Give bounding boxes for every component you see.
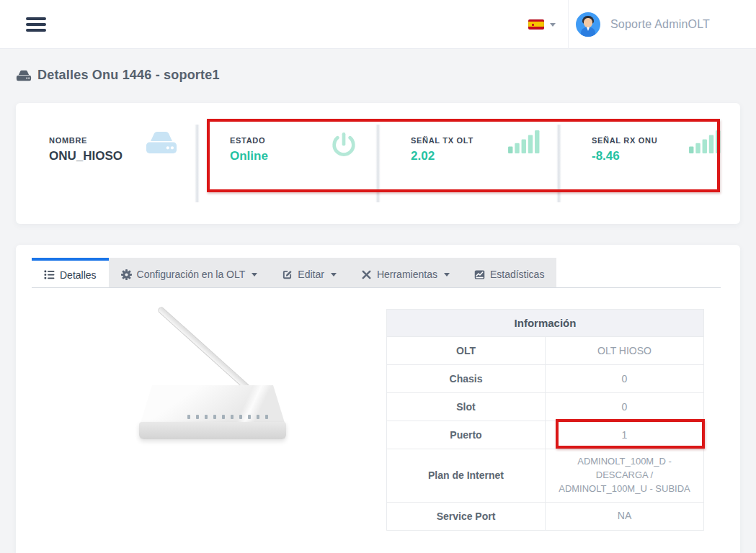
row-value: ADMINOLT_100M_D - DESCARGA / ADMINOLT_10…	[546, 449, 704, 503]
stat-label: SEÑAL RX ONU	[592, 136, 657, 145]
row-value: OLT HIOSO	[546, 337, 704, 365]
stat-senal-rx-onu: SEÑAL RX ONU -8.46	[559, 103, 739, 224]
menu-toggle-icon[interactable]	[26, 17, 46, 32]
stat-label: NOMBRE	[49, 136, 87, 145]
navbar-divider	[568, 0, 569, 49]
tabs-underline	[32, 287, 721, 288]
router-base	[139, 422, 286, 439]
row-label: Service Port	[387, 502, 546, 530]
tab-editar[interactable]: Editar	[270, 258, 349, 288]
row-value: 1	[546, 421, 704, 449]
table-row-chasis: Chasis 0	[387, 365, 704, 393]
stat-value: -8.46	[592, 149, 620, 163]
signal-bars-icon	[508, 130, 540, 153]
page-title: Detalles Onu 1446 - soporte1	[16, 68, 220, 83]
language-dropdown[interactable]	[528, 17, 556, 32]
table-row-puerto: Puerto 1	[387, 421, 704, 449]
row-label: Chasis	[387, 365, 546, 393]
table-title: Información	[387, 310, 704, 337]
table-header-row: Información	[387, 310, 704, 337]
spain-flag-icon	[528, 19, 544, 30]
stat-value: 2.02	[411, 149, 435, 163]
row-label: Slot	[387, 393, 546, 421]
tab-label: Configuración en la OLT	[137, 269, 246, 280]
user-name: Soporte AdminOLT	[610, 18, 710, 31]
onu-summary-card: NOMBRE ONU_HIOSO ESTADO Online SEÑAL TX …	[16, 103, 740, 224]
app-screen: Soporte AdminOLT Detalles Onu 1446 - sop…	[0, 0, 756, 553]
stat-divider	[556, 125, 561, 202]
row-value: 0	[546, 393, 704, 421]
tab-label: Detalles	[60, 269, 97, 281]
router-antenna	[156, 306, 256, 397]
row-value: 0	[546, 365, 704, 393]
tab-detalles[interactable]: Detalles	[32, 258, 109, 289]
router-leds	[187, 415, 268, 419]
chevron-down-icon	[550, 23, 556, 27]
top-navbar: Soporte AdminOLT	[0, 0, 756, 49]
list-icon	[44, 269, 55, 280]
stat-label: ESTADO	[230, 136, 265, 145]
tab-label: Herramientas	[377, 269, 437, 280]
stat-nombre: NOMBRE ONU_HIOSO	[16, 103, 197, 224]
hdd-icon	[145, 130, 178, 155]
gear-icon	[121, 269, 132, 280]
chevron-down-icon	[331, 273, 337, 276]
tab-label: Editar	[298, 269, 324, 280]
edit-icon	[282, 269, 293, 280]
row-label: Puerto	[387, 421, 546, 449]
signal-bars-icon	[689, 130, 721, 153]
tab-strip: Detalles	[32, 258, 556, 288]
informacion-table: Información OLT OLT HIOSO Chasis 0 Slot …	[386, 309, 704, 531]
stat-value: ONU_HIOSO	[49, 149, 123, 163]
onu-product-image	[123, 302, 339, 454]
chevron-down-icon	[252, 273, 257, 276]
stat-divider	[195, 125, 200, 202]
stat-divider	[375, 125, 381, 202]
chevron-down-icon	[444, 273, 450, 276]
row-label: OLT	[387, 337, 546, 365]
hdd-icon	[16, 70, 32, 81]
chart-icon	[474, 269, 485, 280]
table-row-service-port: Service Port NA	[387, 502, 704, 530]
page-title-text: Detalles Onu 1446 - soporte1	[37, 68, 220, 83]
table-row-plan-internet: Plan de Internet ADMINOLT_100M_D - DESCA…	[387, 449, 704, 503]
stat-label: SEÑAL TX OLT	[411, 136, 473, 145]
stat-estado: ESTADO Online	[197, 103, 378, 224]
stat-senal-tx-olt: SEÑAL TX OLT 2.02	[378, 103, 559, 224]
tab-estadisticas[interactable]: Estadísticas	[462, 258, 556, 288]
row-value: NA	[546, 502, 704, 530]
tab-herramientas[interactable]: Herramientas	[349, 258, 462, 288]
tab-label: Estadísticas	[490, 269, 544, 280]
row-label: Plan de Internet	[387, 449, 546, 503]
stat-value: Online	[230, 149, 268, 163]
avatar	[576, 12, 600, 37]
power-icon	[329, 130, 359, 161]
user-menu[interactable]: Soporte AdminOLT	[576, 11, 710, 38]
tools-icon	[361, 269, 372, 280]
tab-configuracion-olt[interactable]: Configuración en la OLT	[109, 258, 270, 288]
table-row-olt: OLT OLT HIOSO	[387, 337, 704, 365]
table-row-slot: Slot 0	[387, 393, 704, 421]
